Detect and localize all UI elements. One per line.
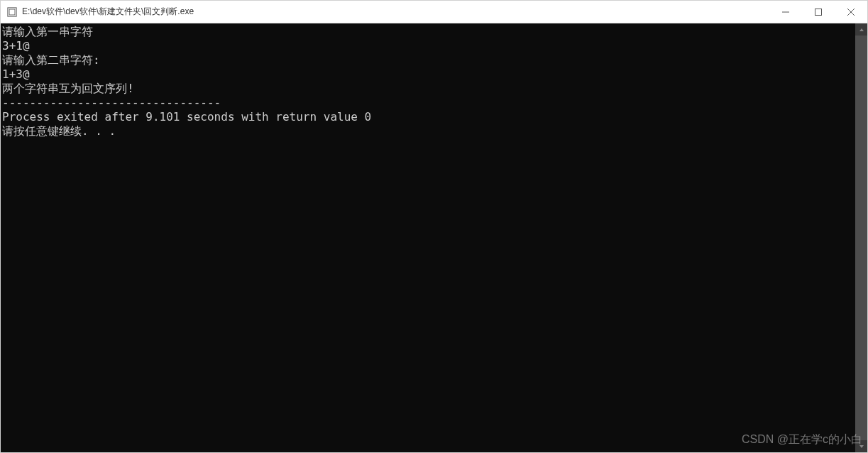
window-title: E:\dev软件\dev软件\新建文件夹\回文判断.exe [22, 6, 769, 18]
scroll-thumb[interactable] [855, 36, 867, 440]
vertical-scrollbar[interactable] [855, 23, 867, 452]
scroll-down-arrow[interactable] [855, 440, 867, 452]
scroll-track[interactable] [855, 36, 867, 440]
scroll-up-arrow[interactable] [855, 23, 867, 36]
app-window: E:\dev软件\dev软件\新建文件夹\回文判断.exe 请输入第一串字符 3… [0, 0, 868, 453]
window-controls [769, 1, 867, 23]
svg-rect-3 [815, 9, 822, 15]
svg-rect-1 [9, 9, 15, 15]
titlebar[interactable]: E:\dev软件\dev软件\新建文件夹\回文判断.exe [1, 1, 867, 23]
console-area: 请输入第一串字符 3+1@ 请输入第二串字符: 1+3@ 两个字符串互为回文序列… [1, 23, 867, 452]
svg-marker-6 [859, 28, 864, 31]
close-button[interactable] [835, 1, 867, 23]
minimize-button[interactable] [769, 1, 802, 23]
app-icon [6, 6, 18, 18]
svg-marker-7 [859, 445, 864, 448]
console-output[interactable]: 请输入第一串字符 3+1@ 请输入第二串字符: 1+3@ 两个字符串互为回文序列… [1, 23, 855, 452]
maximize-button[interactable] [802, 1, 835, 23]
